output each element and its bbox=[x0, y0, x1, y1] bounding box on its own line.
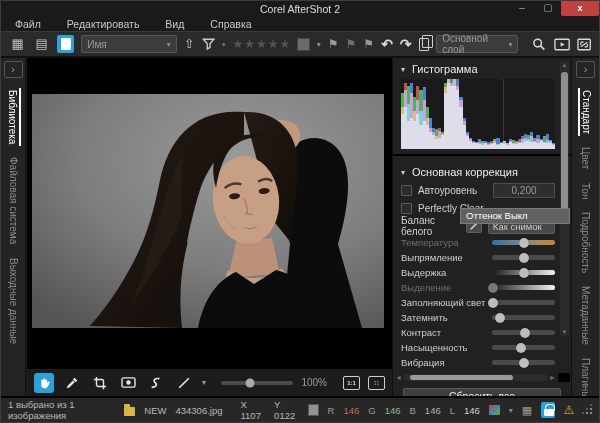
scroll-up-icon[interactable]: ▲ bbox=[560, 62, 569, 68]
autolevel-value[interactable]: 0,200 bbox=[493, 183, 555, 198]
search-icon[interactable] bbox=[532, 37, 546, 52]
tab-output[interactable]: Выходные данные bbox=[7, 256, 20, 346]
grid-view-icon[interactable]: ▦ bbox=[9, 35, 26, 53]
slider-thumb[interactable] bbox=[519, 238, 529, 248]
left-panel-expander[interactable]: › bbox=[4, 61, 23, 78]
filter-icon[interactable] bbox=[202, 37, 215, 51]
copy-settings-icon[interactable] bbox=[419, 38, 430, 51]
tab-detail[interactable]: Подробность bbox=[579, 210, 592, 275]
slider-track[interactable] bbox=[492, 330, 555, 335]
slider-track[interactable] bbox=[492, 240, 555, 245]
star-icon[interactable]: ★ bbox=[233, 37, 244, 51]
warning-icon[interactable]: ⚠ bbox=[564, 403, 575, 417]
rating-dot-icon[interactable]: • bbox=[222, 39, 226, 50]
eyedropper-tool[interactable] bbox=[62, 373, 82, 393]
maximize-button[interactable]: ▢ bbox=[535, 1, 561, 15]
slider-thumb[interactable] bbox=[520, 328, 530, 338]
list-view-icon[interactable]: ▤ bbox=[33, 35, 50, 53]
tab-tone[interactable]: Тон bbox=[579, 181, 592, 201]
pan-tool[interactable] bbox=[34, 373, 54, 393]
sort-field-dropdown[interactable]: Имя ▾ bbox=[81, 35, 177, 53]
slider-track[interactable] bbox=[492, 315, 555, 320]
zoom-percent: 100% bbox=[301, 377, 327, 388]
slider-track[interactable] bbox=[492, 270, 555, 275]
lock-icon[interactable] bbox=[541, 402, 554, 418]
tools-chevron-icon[interactable]: ▾ bbox=[202, 378, 206, 387]
fit-to-window-button[interactable]: ∷ bbox=[368, 376, 385, 390]
single-view-icon[interactable] bbox=[57, 35, 74, 53]
red-eye-tool[interactable] bbox=[118, 373, 138, 393]
redo-icon[interactable]: ↷ bbox=[400, 36, 412, 52]
layer-dropdown[interactable]: Основной слой ▾ bbox=[436, 35, 518, 53]
straighten-tool[interactable] bbox=[174, 373, 194, 393]
menu-file[interactable]: Файл bbox=[15, 18, 41, 30]
basic-correction-header[interactable]: ▾ Основная коррекция bbox=[393, 161, 571, 181]
crop-icon bbox=[93, 376, 107, 390]
chevron-down-icon[interactable]: ▾ bbox=[509, 406, 513, 415]
zoom-slider-thumb[interactable] bbox=[246, 378, 255, 387]
g-value: 146 bbox=[385, 405, 401, 416]
chevron-down-icon[interactable]: ▾ bbox=[317, 40, 321, 49]
scroll-left-icon[interactable]: ◄ bbox=[395, 374, 402, 381]
star-icon[interactable]: ★ bbox=[256, 37, 267, 51]
star-icon[interactable]: ★ bbox=[244, 37, 255, 51]
keypad-icon[interactable]: ▦ bbox=[522, 404, 532, 417]
color-label-swatch[interactable] bbox=[297, 38, 309, 51]
slider-track[interactable] bbox=[492, 345, 555, 350]
star-icon[interactable]: ★ bbox=[268, 37, 279, 51]
close-button[interactable]: x bbox=[561, 1, 599, 16]
crop-tool[interactable] bbox=[90, 373, 110, 393]
tint-off-button[interactable]: Оттенок Выкл bbox=[460, 208, 570, 224]
perfectly-clear-checkbox[interactable] bbox=[401, 203, 412, 214]
slider-thumb[interactable] bbox=[488, 298, 498, 308]
tab-library[interactable]: Библиотека bbox=[6, 88, 21, 146]
zoom-slider[interactable] bbox=[221, 381, 293, 385]
minimize-button[interactable]: – bbox=[509, 1, 535, 15]
heal-clone-tool[interactable] bbox=[146, 373, 166, 393]
tab-color[interactable]: Цвет bbox=[579, 145, 592, 171]
flag-pick-icon[interactable]: ⚑ bbox=[328, 37, 339, 51]
flag-unpick-icon[interactable]: ⚑ bbox=[346, 37, 357, 51]
slider-row-3: Выделение bbox=[393, 280, 571, 295]
slider-thumb[interactable] bbox=[519, 253, 529, 263]
slider-track[interactable] bbox=[492, 300, 555, 305]
slider-track[interactable] bbox=[492, 255, 555, 260]
g-label: G bbox=[368, 405, 375, 416]
panel-h-scrollbar[interactable]: ◄ ► bbox=[395, 373, 570, 382]
undo-icon[interactable]: ↶ bbox=[381, 36, 393, 52]
flag-reject-icon[interactable]: ⚑ bbox=[363, 37, 374, 51]
folder-name[interactable]: NEW bbox=[144, 405, 166, 416]
display-profile-icon[interactable] bbox=[489, 405, 500, 415]
v-scroll-thumb[interactable] bbox=[561, 72, 568, 222]
menu-help[interactable]: Справка bbox=[210, 18, 251, 30]
slider-thumb[interactable] bbox=[519, 268, 529, 278]
tab-metadata[interactable]: Метаданные bbox=[579, 284, 592, 347]
slider-track[interactable] bbox=[492, 285, 555, 290]
right-panel-expander[interactable]: › bbox=[576, 61, 595, 78]
cursor-y: Y 0122 bbox=[274, 399, 299, 421]
slideshow-icon[interactable] bbox=[554, 38, 570, 51]
slider-thumb[interactable] bbox=[495, 313, 505, 323]
slider-row-0: Температура bbox=[393, 235, 571, 250]
sort-direction-icon[interactable]: ⇧ bbox=[184, 35, 195, 53]
menu-view[interactable]: Вид bbox=[165, 18, 184, 30]
slider-thumb[interactable] bbox=[516, 343, 526, 353]
menu-edit[interactable]: Редактировать bbox=[67, 18, 140, 30]
panel-v-scrollbar[interactable]: ▲ ▼ bbox=[560, 61, 569, 336]
star-icon[interactable]: ★ bbox=[280, 37, 291, 51]
slider-thumb[interactable] bbox=[519, 358, 529, 368]
actual-size-button[interactable]: 1:1 bbox=[343, 376, 360, 390]
tab-file-system[interactable]: Файловая система bbox=[7, 155, 20, 246]
status-bar: 1 выбрано из 1 изображения NEW 434306.jp… bbox=[1, 396, 599, 422]
scroll-down-icon[interactable]: ▼ bbox=[560, 329, 569, 335]
rating-stars[interactable]: ★ ★ ★ ★ ★ bbox=[233, 37, 291, 51]
resize-grip[interactable] bbox=[585, 406, 592, 414]
h-scroll-thumb[interactable] bbox=[410, 375, 513, 380]
slider-track[interactable] bbox=[492, 360, 555, 365]
scroll-right-icon[interactable]: ► bbox=[549, 374, 556, 381]
fullscreen-icon[interactable] bbox=[577, 38, 591, 51]
tab-standard[interactable]: Стандарт bbox=[578, 88, 593, 136]
histogram-header[interactable]: ▾ Гистограмма bbox=[393, 58, 571, 78]
slider-thumb[interactable] bbox=[488, 283, 498, 293]
autolevel-checkbox[interactable] bbox=[401, 185, 412, 196]
